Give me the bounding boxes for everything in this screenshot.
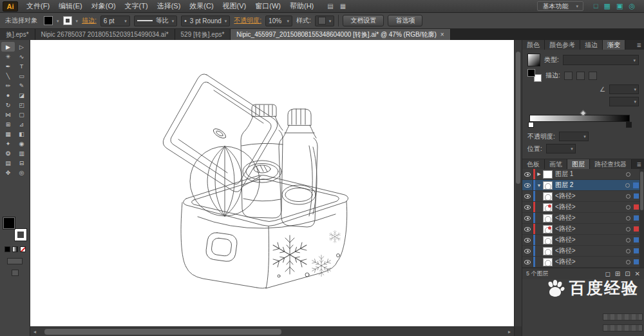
gradient-button[interactable]: [12, 246, 18, 252]
preferences-button[interactable]: 首选项: [388, 15, 422, 26]
tab-color[interactable]: 颜色: [522, 40, 545, 50]
menu-item-edit[interactable]: 编辑(E): [54, 0, 87, 12]
tab-gradient[interactable]: 渐变: [603, 40, 625, 50]
caret-down-icon[interactable]: ▾: [76, 19, 79, 23]
tab-swatches[interactable]: 色板: [522, 159, 545, 169]
target-circle[interactable]: [626, 227, 630, 232]
perspective-grid-tool[interactable]: ⊿: [15, 119, 28, 129]
gradient-angle-input[interactable]: ▾: [609, 84, 639, 94]
layer-row[interactable]: <路径>: [522, 246, 644, 257]
menu-item-help[interactable]: 帮助(H): [285, 0, 318, 12]
eraser-tool[interactable]: ◪: [15, 90, 28, 100]
zoom-tool[interactable]: ◎: [15, 168, 28, 177]
gradient-type-select[interactable]: ▾: [563, 55, 639, 65]
vertical-scroll-thumb[interactable]: [516, 52, 520, 184]
visibility-toggle[interactable]: [522, 191, 533, 201]
gradient-slider[interactable]: [527, 110, 639, 128]
opacity-select[interactable]: 10% ▾: [265, 15, 292, 26]
layer-row[interactable]: <路径>: [522, 202, 644, 213]
new-layer-icon[interactable]: ⊡: [625, 270, 630, 277]
visibility-toggle[interactable]: [522, 257, 533, 267]
symbol-sprayer-tool[interactable]: ❂: [1, 148, 15, 158]
layer-name[interactable]: 图层 1: [555, 170, 626, 179]
grid-view-icon[interactable]: ▦: [604, 2, 611, 10]
bridge-icon[interactable]: ▤: [327, 3, 333, 10]
layer-row[interactable]: <路径>: [522, 257, 644, 268]
width-tool[interactable]: ⋈: [1, 110, 15, 119]
arrange-documents-icon[interactable]: ▦: [340, 3, 346, 10]
expand-triangle-icon[interactable]: ▶: [535, 172, 543, 177]
layer-name[interactable]: <路径>: [555, 203, 626, 212]
target-circle[interactable]: [626, 216, 630, 221]
panel-menu-icon[interactable]: ≣: [636, 42, 644, 48]
target-circle[interactable]: [626, 238, 630, 242]
tab-pathfinder[interactable]: 路径查找器: [590, 159, 632, 169]
menu-item-object[interactable]: 对象(O): [87, 0, 120, 12]
selection-tool[interactable]: ▶: [1, 42, 15, 52]
target-circle[interactable]: [625, 183, 630, 188]
toolbar-stroke-swatch[interactable]: [15, 229, 26, 241]
menu-item-file[interactable]: 文件(F): [22, 0, 54, 12]
artboard-tool[interactable]: ▤: [1, 158, 15, 168]
target-circle[interactable]: [626, 260, 630, 264]
make-clip-mask-icon[interactable]: ◻: [605, 270, 611, 277]
brush-definition-select[interactable]: • 3 pt Round ▾: [181, 15, 230, 26]
close-tab-icon[interactable]: ×: [440, 31, 444, 38]
gradient-thumbnail[interactable]: [527, 54, 540, 66]
gradient-fill-stroke-swatches[interactable]: [527, 69, 542, 82]
menu-item-view[interactable]: 视图(V): [218, 0, 251, 12]
mesh-tool[interactable]: ▦: [1, 129, 15, 139]
target-circle[interactable]: [626, 205, 630, 210]
layers-scroll-thumb[interactable]: [640, 172, 643, 210]
visibility-toggle[interactable]: [522, 213, 533, 223]
opacity-panel-link[interactable]: 不透明度:: [234, 16, 261, 25]
tab-brushes[interactable]: 画笔: [545, 159, 567, 169]
rectangle-tool[interactable]: ▭: [15, 71, 28, 81]
menu-item-select[interactable]: 选择(S): [153, 0, 185, 12]
gradient-opacity-input[interactable]: ▾: [559, 132, 589, 141]
gradient-stop-white[interactable]: [528, 122, 534, 128]
type-tool[interactable]: T: [15, 61, 28, 71]
eyedropper-tool[interactable]: ✦: [1, 139, 15, 148]
stroke-panel-link[interactable]: 描边:: [82, 16, 97, 25]
gradient-tool[interactable]: ◧: [15, 129, 28, 139]
gradient-along-stroke-icon[interactable]: [576, 72, 585, 80]
layer-name[interactable]: <路径>: [555, 246, 626, 255]
tab-stroke[interactable]: 描边: [580, 40, 603, 50]
layout-icon[interactable]: □: [594, 2, 598, 10]
blob-brush-tool[interactable]: ●: [1, 90, 15, 100]
document-tab-active[interactable]: Nipic_455997_20150808155348604000 [转换].a…: [231, 29, 450, 40]
gradient-within-stroke-icon[interactable]: [564, 72, 573, 80]
stroke-color-swatch[interactable]: [63, 16, 72, 25]
paintbrush-tool[interactable]: ✏: [1, 81, 15, 90]
magic-wand-tool[interactable]: ✳: [1, 52, 15, 61]
gradient-position-input[interactable]: ▾: [546, 144, 576, 153]
layer-row-selected[interactable]: ▼ 图层 2: [522, 180, 644, 191]
pen-tool[interactable]: ✒: [1, 61, 15, 71]
layer-name[interactable]: <路径>: [555, 257, 626, 266]
layer-row[interactable]: ▶ 图层 1: [522, 169, 644, 180]
scale-tool[interactable]: ◰: [15, 100, 28, 110]
search-icon[interactable]: ◎: [629, 2, 635, 10]
stroke-weight-select[interactable]: 6 pt ▾: [100, 15, 130, 26]
gradient-stop-black[interactable]: [626, 122, 632, 128]
tab-layers[interactable]: 图层: [567, 159, 590, 169]
line-segment-tool[interactable]: ╲: [1, 71, 15, 81]
document-setup-button[interactable]: 文档设置: [343, 15, 384, 26]
fill-color-swatch[interactable]: [44, 16, 53, 25]
swap-view-icon[interactable]: ▣: [616, 2, 623, 10]
menu-item-type[interactable]: 文字(T): [120, 0, 153, 12]
layer-row[interactable]: <路径>: [522, 235, 644, 246]
layer-row[interactable]: <路径>: [522, 191, 644, 202]
document-tab[interactable]: 换].eps*: [0, 29, 35, 40]
delete-layer-icon[interactable]: ✕: [635, 270, 640, 277]
direct-selection-tool[interactable]: ▷: [15, 42, 28, 52]
blend-tool[interactable]: ◉: [15, 139, 28, 148]
layer-name[interactable]: <路径>: [555, 213, 626, 222]
workspace-switcher[interactable]: 基本功能 ▾: [537, 1, 583, 11]
gradient-aspect-ratio-input[interactable]: ▾: [609, 97, 639, 106]
none-button[interactable]: [20, 246, 26, 252]
target-circle[interactable]: [626, 172, 630, 177]
menu-item-window[interactable]: 窗口(W): [251, 0, 285, 12]
new-sublayer-icon[interactable]: ⊞: [615, 270, 620, 277]
